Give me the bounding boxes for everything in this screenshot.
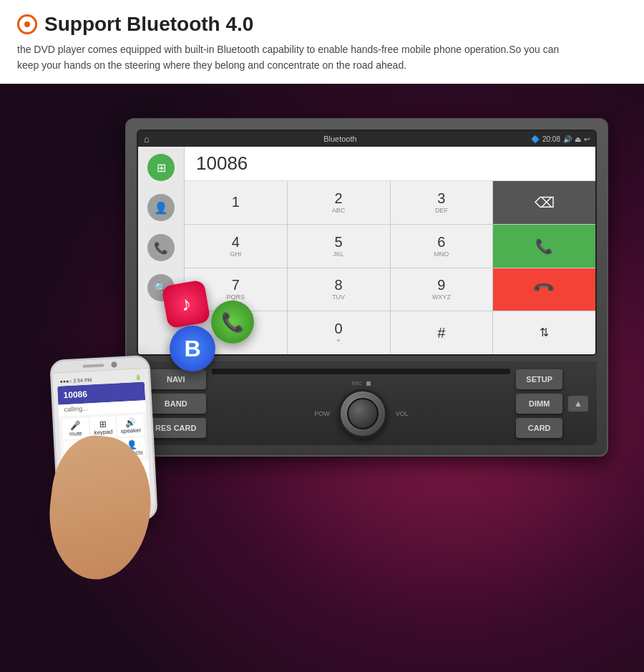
phone-mute-btn[interactable]: 🎤 mute	[62, 418, 89, 440]
title-row: Support Bluetooth 4.0	[17, 13, 627, 36]
key-1[interactable]: 1	[185, 181, 287, 224]
feature-description: the DVD player comes equipped with built…	[17, 42, 575, 74]
statusbar-label: Bluetooth	[152, 135, 528, 143]
bt-icon: 🔷	[531, 135, 540, 143]
phone-speaker-btn[interactable]: 🔊 speaker	[117, 415, 145, 437]
center-knob-area: MIC POW VOL	[212, 369, 510, 438]
screen-area: ⌂ Bluetooth 🔷 20:08 🔊 ⏏ ↩ ⊞ 👤 📞 🔍	[137, 130, 597, 356]
statusbar-right: 🔷 20:08 🔊 ⏏ ↩	[531, 135, 590, 143]
phone-battery: 🔋	[135, 375, 141, 381]
sidebar-phone-icon[interactable]: 📞	[147, 234, 175, 261]
left-controls: NAVI BAND RES CARD	[145, 369, 206, 438]
card-button[interactable]: CARD	[516, 418, 562, 438]
phone-number-display: 10086	[185, 147, 595, 181]
pow-label: POW	[314, 410, 330, 417]
sidebar-contacts-icon[interactable]: 👤	[147, 194, 175, 221]
key-hash[interactable]: #	[391, 311, 493, 354]
main-knob[interactable]	[338, 389, 387, 438]
eject-button[interactable]: ▲	[568, 396, 588, 412]
key-end-call[interactable]: 📞	[493, 268, 595, 311]
dimm-button[interactable]: DIMM	[516, 394, 562, 414]
phone-app-icon[interactable]: 📞	[211, 301, 254, 344]
bluetooth-app-icon[interactable]: B	[170, 326, 215, 371]
controls-panel: NAVI BAND RES CARD MIC POW VOL	[137, 361, 597, 445]
key-2[interactable]: 2 ABC	[288, 181, 390, 224]
vol-label: VOL	[396, 410, 409, 417]
key-3[interactable]: 3 DEF	[391, 181, 493, 224]
volume-icon: 🔊	[563, 135, 572, 143]
mic-label: MIC	[352, 380, 363, 386]
phone-camera	[111, 361, 117, 367]
top-feature-section: Support Bluetooth 4.0 the DVD player com…	[0, 0, 644, 84]
title-icon	[17, 14, 37, 34]
cd-slot	[212, 369, 510, 374]
phone-device-container: ●●●○ 2:54 PM 🔋 10086 calling... 🎤 mute ⊞…	[35, 355, 158, 525]
key-0[interactable]: 0 +	[288, 311, 390, 354]
back-icon[interactable]: ↩	[584, 135, 590, 143]
key-5[interactable]: 5 JKL	[288, 225, 390, 268]
key-9[interactable]: 9 WXYZ	[391, 268, 493, 311]
feature-title: Support Bluetooth 4.0	[44, 13, 253, 36]
phone-carrier: ●●●○ 2:54 PM	[59, 377, 92, 384]
setup-button[interactable]: SETUP	[516, 369, 562, 389]
key-8[interactable]: 8 TUV	[288, 268, 390, 311]
band-button[interactable]: BAND	[145, 394, 206, 414]
bluetooth-symbol-icon: B	[184, 336, 200, 362]
music-app-icon[interactable]: ♪	[161, 279, 211, 329]
time-display: 20:08	[542, 135, 560, 143]
eject-icon: ⏏	[575, 135, 581, 143]
knob-row: POW VOL	[314, 389, 409, 438]
key-backspace[interactable]: ⌫	[493, 181, 595, 224]
music-note-icon: ♪	[179, 292, 192, 316]
res-card-button[interactable]: RES CARD	[145, 418, 206, 438]
phone-speaker	[82, 364, 104, 368]
mic-dot	[366, 381, 371, 386]
dialer-content: ⊞ 👤 📞 🔍 10086 1	[138, 147, 595, 354]
home-icon[interactable]: ⌂	[144, 134, 150, 145]
key-4[interactable]: 4 GHI	[185, 225, 287, 268]
navi-button[interactable]: NAVI	[145, 369, 206, 389]
android-statusbar: ⌂ Bluetooth 🔷 20:08 🔊 ⏏ ↩	[138, 131, 595, 147]
key-swap[interactable]: ⇅	[493, 311, 595, 354]
sidebar-grid-icon[interactable]: ⊞	[147, 154, 175, 181]
knob-inner	[347, 398, 379, 429]
key-call[interactable]: 📞	[493, 225, 595, 268]
phone-call-icon: 📞	[221, 311, 244, 333]
right-controls: SETUP DIMM CARD	[516, 369, 562, 438]
key-6[interactable]: 6 MNO	[391, 225, 493, 268]
